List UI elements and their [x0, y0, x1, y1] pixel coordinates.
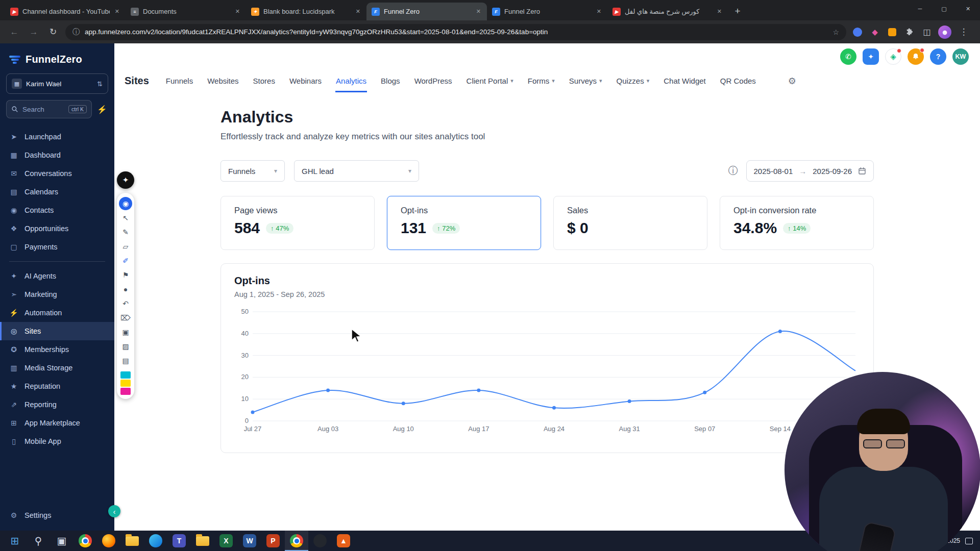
- user-avatar[interactable]: KW: [952, 48, 969, 65]
- swatch-yellow[interactable]: [120, 380, 131, 387]
- tab-funnelzero-active[interactable]: F Funnel Zero ✕: [366, 3, 487, 20]
- funnelzero-logo[interactable]: FunnelZero: [0, 43, 114, 73]
- quick-actions-icon[interactable]: ⚡: [96, 104, 108, 115]
- sidebar-item-calendars[interactable]: ▤ Calendars: [0, 183, 114, 201]
- metric-page-views[interactable]: Page views 584 ↑ 47%: [220, 196, 375, 250]
- annotate-cursor-tool[interactable]: ↖: [119, 211, 132, 224]
- extension-blue-icon[interactable]: [851, 26, 864, 38]
- annotate-flag-tool[interactable]: ⚑: [119, 268, 132, 282]
- nav-surveys[interactable]: Surveys ▾: [569, 69, 603, 92]
- tab-close-icon[interactable]: ✕: [475, 8, 482, 15]
- taskbar-explorer[interactable]: [191, 531, 214, 551]
- tab-documents[interactable]: ≡ Documents ✕: [126, 3, 246, 20]
- account-switcher[interactable]: ▦ Karim Wael ⇅: [6, 73, 108, 94]
- search-button[interactable]: ⚲: [27, 531, 50, 551]
- nav-client-portal[interactable]: Client Portal ▾: [466, 69, 514, 92]
- annotate-shape-tool[interactable]: ▱: [119, 240, 132, 253]
- taskbar-word[interactable]: W W: [238, 531, 261, 551]
- nav-chat-widget[interactable]: Chat Widget: [663, 69, 706, 92]
- tab-close-icon[interactable]: ✕: [355, 8, 361, 15]
- sidebar-item-contacts[interactable]: ◉ Contacts: [0, 201, 114, 219]
- entity-select[interactable]: GHL lead ▾: [294, 160, 419, 182]
- back-icon[interactable]: ←: [7, 27, 21, 37]
- tab-lucidspark[interactable]: ✦ Blank board: Lucidspark ✕: [246, 3, 366, 20]
- annotate-undo-tool[interactable]: ↶: [119, 297, 132, 310]
- extensions-puzzle-icon[interactable]: [903, 26, 916, 38]
- sidebar-item-dashboard[interactable]: ▦ Dashboard: [0, 146, 114, 164]
- sidebar-item-automation[interactable]: ⚡ Automation: [0, 304, 114, 322]
- optins-line-chart[interactable]: 01020304050Jul 27Aug 03Aug 10Aug 17Aug 2…: [234, 307, 860, 435]
- minimize-icon[interactable]: ─: [908, 0, 932, 17]
- sites-settings-gear-icon[interactable]: ⚙: [788, 76, 796, 87]
- tab-funnelzero[interactable]: F Funnel Zero ✕: [487, 3, 607, 20]
- announcements-icon[interactable]: ◈: [885, 48, 901, 65]
- sidebar-item-sites[interactable]: ◎ Sites: [0, 322, 114, 340]
- sidebar-item-reputation[interactable]: ★ Reputation: [0, 377, 114, 395]
- split-view-icon[interactable]: ◫: [921, 26, 933, 38]
- sidebar-collapse-button[interactable]: ‹: [108, 505, 120, 517]
- metric-opt-ins[interactable]: Opt-ins 131 ↑ 72%: [387, 196, 541, 250]
- annotation-app-logo[interactable]: ✦: [117, 171, 134, 189]
- nav-websites[interactable]: Websites: [207, 69, 239, 92]
- tab-close-icon[interactable]: ✕: [596, 8, 602, 15]
- tab-close-icon[interactable]: ✕: [716, 8, 723, 15]
- nav-wordpress[interactable]: WordPress: [414, 69, 453, 92]
- extension-gem-icon[interactable]: ◆: [869, 26, 881, 38]
- taskbar-powerpoint[interactable]: P P: [261, 531, 285, 551]
- sidebar-item-launchpad[interactable]: ➤ Launchpad: [0, 128, 114, 146]
- new-tab-button[interactable]: +: [730, 4, 745, 19]
- browser-profile-avatar[interactable]: ☻: [938, 26, 951, 39]
- sidebar-item-conversations[interactable]: ✉ Conversations: [0, 164, 114, 183]
- maximize-icon[interactable]: ▢: [932, 0, 956, 17]
- annotate-image-tool[interactable]: ▨: [119, 340, 132, 353]
- phone-icon[interactable]: ✆: [840, 48, 856, 65]
- search-input[interactable]: Search ctrl K: [6, 100, 92, 118]
- taskbar-vlc[interactable]: ▲ ▲: [332, 531, 355, 551]
- extension-orange-icon[interactable]: [886, 26, 898, 38]
- annotate-marker-tool[interactable]: ✐: [119, 254, 132, 267]
- reload-icon[interactable]: ↻: [46, 27, 60, 37]
- forward-icon[interactable]: →: [27, 27, 41, 37]
- connect-icon[interactable]: ✦: [863, 48, 879, 65]
- start-button[interactable]: ⊞: [3, 531, 27, 551]
- annotate-pen-tool[interactable]: ✎: [119, 226, 132, 239]
- nav-blogs[interactable]: Blogs: [380, 69, 401, 92]
- swatch-cyan[interactable]: [120, 371, 131, 379]
- annotate-notes-tool[interactable]: ▤: [119, 354, 132, 367]
- nav-webinars[interactable]: Webinars: [289, 69, 322, 92]
- nav-funnels[interactable]: Funnels: [165, 69, 193, 92]
- close-icon[interactable]: ✕: [956, 0, 980, 17]
- sidebar-item-memberships[interactable]: ✪ Memberships: [0, 340, 114, 359]
- taskbar-chrome[interactable]: [74, 531, 97, 551]
- sidebar-item-settings[interactable]: ⚙ Settings: [0, 506, 114, 524]
- sidebar-item-app-marketplace[interactable]: ⊞ App Marketplace: [0, 414, 114, 432]
- help-icon[interactable]: ?: [930, 48, 946, 65]
- nav-forms[interactable]: Forms ▾: [527, 69, 555, 92]
- funnel-type-select[interactable]: Funnels ▾: [220, 160, 285, 182]
- taskbar-edge[interactable]: [144, 531, 167, 551]
- taskbar-obs[interactable]: [308, 531, 332, 551]
- browser-menu-icon[interactable]: ⋮: [957, 27, 971, 37]
- annotate-eye-tool[interactable]: ◉: [119, 197, 132, 210]
- swatch-magenta[interactable]: [120, 388, 131, 395]
- site-info-icon[interactable]: ⓘ: [72, 28, 80, 37]
- tab-youtube-dashboard[interactable]: ▶ Channel dashboard - YouTube ✕: [5, 3, 126, 20]
- taskbar-folder[interactable]: [120, 531, 144, 551]
- url-bar[interactable]: ⓘ app.funnelzero.com/v2/location/9fudcat…: [65, 24, 846, 40]
- taskbar-teams[interactable]: T T: [167, 531, 191, 551]
- nav-quizzes[interactable]: Quizzes ▾: [616, 69, 650, 92]
- nav-qr-codes[interactable]: QR Codes: [720, 69, 756, 92]
- sidebar-item-media-storage[interactable]: ▥ Media Storage: [0, 359, 114, 377]
- sidebar-item-mobile-app[interactable]: ▯ Mobile App: [0, 432, 114, 450]
- sidebar-item-ai-agents[interactable]: ✦ AI Agents: [0, 267, 114, 285]
- taskbar-firefox[interactable]: [97, 531, 120, 551]
- tab-arabic-course[interactable]: ▶ كورس شرح منصة هاي لفل ✕: [607, 3, 728, 20]
- task-view-button[interactable]: ▣: [50, 531, 74, 551]
- metric-conversion-rate[interactable]: Opt-in conversion rate 34.8% ↑ 14%: [720, 196, 874, 250]
- notifications-bell-icon[interactable]: [908, 48, 924, 65]
- taskbar-excel[interactable]: X X: [214, 531, 238, 551]
- bookmark-star-icon[interactable]: ☆: [832, 28, 839, 36]
- nav-analytics[interactable]: Analytics: [335, 69, 367, 92]
- sidebar-item-reporting[interactable]: ⇗ Reporting: [0, 395, 114, 414]
- tab-close-icon[interactable]: ✕: [114, 8, 120, 15]
